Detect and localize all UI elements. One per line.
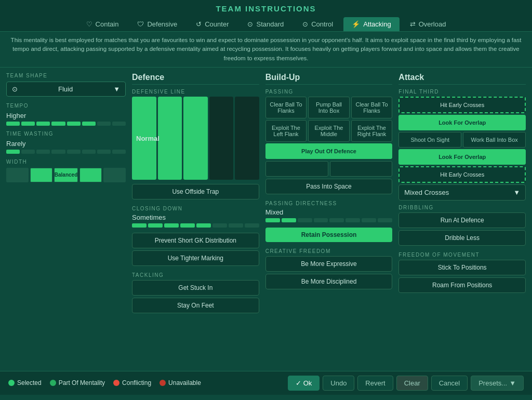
roam-from-positions-btn[interactable]: Roam From Positions xyxy=(398,277,526,293)
pass-cell-exploit-middle[interactable]: Exploit The Middle xyxy=(308,120,350,142)
team-shape-dropdown[interactable]: ⊙ Fluid ▼ xyxy=(6,82,126,97)
control-icon: ⊙ xyxy=(302,20,308,28)
pass-into-space-btn[interactable]: Pass Into Space xyxy=(265,179,393,194)
seg6 xyxy=(82,122,96,126)
standard-icon: ⊙ xyxy=(247,20,253,28)
clear-button[interactable]: Clear xyxy=(396,376,428,391)
tw-seg1 xyxy=(6,150,20,154)
closing-down-slider[interactable] xyxy=(132,223,259,228)
presets-chevron-icon: ▼ xyxy=(509,379,516,387)
use-tighter-marking-btn[interactable]: Use Tighter Marking xyxy=(132,250,259,266)
attacking-icon: ⚡ xyxy=(352,20,360,28)
attack-row-4: Look For Overlap xyxy=(398,149,526,165)
look-for-overlap-bottom[interactable]: Look For Overlap xyxy=(398,149,526,165)
w-seg1 xyxy=(6,168,29,182)
tab-defensive[interactable]: 🛡 Defensive xyxy=(129,17,185,31)
team-shape-label: TEAM SHAPE xyxy=(6,73,126,78)
tab-bar: ♡ Contain 🛡 Defensive ↺ Counter ⊙ Standa… xyxy=(0,17,532,31)
def-col-2[interactable] xyxy=(158,97,182,180)
pass-cell-exploit-left[interactable]: Exploit TheLeft Flank xyxy=(265,120,307,142)
counter-icon: ↺ xyxy=(196,20,202,28)
legend-unavailable: Unavailable xyxy=(159,379,201,386)
seg3 xyxy=(36,122,50,126)
mentality-description: This mentality is best employed for matc… xyxy=(0,32,532,68)
width-label: WIDTH xyxy=(6,159,126,165)
pass-empty-right[interactable] xyxy=(330,161,393,177)
passing-label: PASSING xyxy=(265,89,393,95)
tempo-slider[interactable] xyxy=(6,122,126,126)
unavailable-dot xyxy=(159,380,166,386)
tackling-label: TACKLING xyxy=(132,272,259,278)
pass-cell-exploit-right[interactable]: Exploit TheRight Flank xyxy=(351,120,393,142)
time-wasting-value: Rarely xyxy=(6,140,126,148)
overload-icon: ⇄ xyxy=(410,20,416,28)
attack-row-2: Look For Overlap xyxy=(398,115,526,130)
defence-column: Defence DEFENSIVE LINE Normal Use Offsid… xyxy=(132,73,259,366)
pass-empty-left[interactable] xyxy=(265,161,328,177)
use-offside-trap-btn[interactable]: Use Offside Trap xyxy=(132,184,259,199)
tab-overload[interactable]: ⇄ Overload xyxy=(402,17,455,31)
width-slider[interactable]: Balanced xyxy=(6,168,126,182)
retain-possession-btn[interactable]: Retain Possession xyxy=(265,228,393,242)
selected-dot xyxy=(8,380,15,386)
hit-early-crosses-top[interactable]: Hit Early Crosses xyxy=(398,97,526,113)
tw-seg8 xyxy=(112,150,126,154)
shoot-on-sight[interactable]: Shoot On Sight xyxy=(398,132,461,148)
buildup-column: Build-Up PASSING Clear Ball ToFlanks Pum… xyxy=(265,73,393,366)
team-shape-icon: ⊙ xyxy=(12,85,18,93)
dribble-less-btn[interactable]: Dribble Less xyxy=(398,230,526,246)
attack-row-5: Hit Early Crosses xyxy=(398,166,526,183)
contain-icon: ♡ xyxy=(86,20,92,28)
legend-part-of-mentality: Part Of Mentality xyxy=(50,379,105,386)
hit-early-crosses-bottom[interactable]: Hit Early Crosses xyxy=(398,166,526,183)
seg7 xyxy=(97,122,111,126)
left-panel: TEAM SHAPE ⊙ Fluid ▼ TEMPO Higher TIME W… xyxy=(6,73,126,366)
presets-button[interactable]: Presets... ▼ xyxy=(471,376,524,391)
tab-contain[interactable]: ♡ Contain xyxy=(78,17,127,31)
passing-directness-slider[interactable] xyxy=(265,218,393,222)
tab-standard[interactable]: ⊙ Standard xyxy=(239,17,292,31)
mentality-dot xyxy=(50,380,56,386)
time-wasting-slider[interactable] xyxy=(6,150,126,154)
pass-cell-play-out[interactable]: Play Out Of Defence xyxy=(265,143,393,159)
mixed-crosses-dropdown[interactable]: Mixed Crosses ▼ xyxy=(398,184,526,201)
run-at-defence-btn[interactable]: Run At Defence xyxy=(398,212,526,228)
footer-actions: ✓ Ok Undo Revert Clear Cancel Presets...… xyxy=(288,376,524,391)
defence-title: Defence xyxy=(132,73,259,85)
look-for-overlap-top[interactable]: Look For Overlap xyxy=(398,115,526,130)
stay-on-feet-btn[interactable]: Stay On Feet xyxy=(132,298,259,313)
seg2 xyxy=(21,122,35,126)
cancel-button[interactable]: Cancel xyxy=(431,376,468,391)
ok-button[interactable]: ✓ Ok xyxy=(288,376,320,391)
pass-cell-pump-box[interactable]: Pump Ball Into Box xyxy=(308,97,350,118)
work-ball-into-box[interactable]: Work Ball Into Box xyxy=(463,132,526,148)
tab-control[interactable]: ⊙ Control xyxy=(294,17,341,31)
prevent-short-gk-btn[interactable]: Prevent Short GK Distribution xyxy=(132,233,259,248)
tempo-label: TEMPO xyxy=(6,103,126,109)
chevron-down-icon: ▼ xyxy=(113,85,120,93)
creative-freedom-label: CREATIVE FREEDOM xyxy=(265,248,393,254)
pass-cell-clear-left[interactable]: Clear Ball ToFlanks xyxy=(265,97,307,118)
get-stuck-in-btn[interactable]: Get Stuck In xyxy=(132,280,259,296)
be-more-expressive-btn[interactable]: Be More Expressive xyxy=(265,256,393,272)
def-col-3[interactable] xyxy=(183,97,208,180)
defensive-line-visual: Normal xyxy=(132,97,259,180)
seg5 xyxy=(67,122,81,126)
closing-down-label: CLOSING DOWN xyxy=(132,206,259,211)
pass-cell-clear-right[interactable]: Clear Ball ToFlanks xyxy=(351,97,393,118)
tab-counter[interactable]: ↺ Counter xyxy=(188,17,237,31)
stick-to-positions-btn[interactable]: Stick To Positions xyxy=(398,260,526,275)
w-seg5 xyxy=(103,168,126,182)
def-col-4[interactable] xyxy=(209,97,234,180)
passing-directness-value: Mixed xyxy=(265,208,393,216)
time-wasting-label: TIME WASTING xyxy=(6,131,126,137)
undo-button[interactable]: Undo xyxy=(323,376,354,391)
be-more-disciplined-btn[interactable]: Be More Disciplined xyxy=(265,274,393,289)
attack-row-1: Hit Early Crosses xyxy=(398,97,526,113)
tab-attacking[interactable]: ⚡ Attacking xyxy=(343,17,399,31)
attack-title: Attack xyxy=(398,73,526,85)
final-third-label: FINAL THIRD xyxy=(398,89,526,95)
w-seg2 xyxy=(30,168,52,182)
revert-button[interactable]: Revert xyxy=(357,376,393,391)
def-col-5[interactable] xyxy=(235,97,259,180)
